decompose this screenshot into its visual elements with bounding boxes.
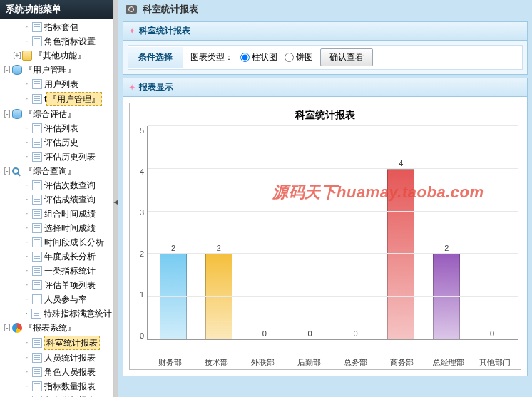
grid-line [148, 125, 518, 126]
branch-icon: · [23, 78, 31, 91]
grid-line [148, 168, 518, 169]
page-icon [32, 180, 42, 190]
filter-panel-header: ✦ 科室统计报表 [123, 22, 527, 41]
ytick-label: 0 [140, 331, 144, 340]
nav-item-label: 组合时间成绩 [44, 207, 96, 220]
nav-item[interactable]: ·评估列表 [0, 121, 113, 135]
bar-column: 0 [333, 126, 379, 339]
bar-value-label: 0 [490, 329, 494, 338]
bar [433, 254, 460, 339]
splitter-handle[interactable] [114, 0, 118, 397]
page-icon [32, 338, 42, 348]
nav-item[interactable]: ·评估历史 [0, 135, 113, 150]
nav-item[interactable]: ·指标数量报表 [0, 379, 113, 393]
bar-value-label: 2 [217, 244, 221, 252]
branch-icon: · [23, 380, 31, 393]
bar [387, 169, 414, 339]
bar-value-label: 4 [399, 159, 403, 167]
page-icon [32, 294, 42, 304]
bar-column: 4 [378, 126, 424, 339]
ytick-label: 2 [140, 249, 144, 258]
nav-item[interactable]: ·评估次数查询 [0, 178, 113, 192]
radio-bar-label: 柱状图 [252, 51, 277, 63]
nav-item[interactable]: ·组合时间成绩 [0, 207, 113, 221]
branch-icon: · [23, 179, 31, 192]
nav-item[interactable]: ·评估历史列表 [0, 150, 113, 164]
radio-bar[interactable] [240, 53, 250, 62]
nav-tree: ·指标套包·角色指标设置[+]『其他功能』[-]『用户管理』·用户列表·t『用户… [0, 19, 113, 397]
nav-item-label: 『综合评估』 [24, 108, 76, 120]
bar-column: 2 [196, 126, 242, 339]
radio-pie-wrap[interactable]: 饼图 [285, 51, 313, 63]
page-icon [32, 223, 42, 233]
nav-item[interactable]: ·时间段成长分析 [0, 235, 113, 249]
page-icon [32, 138, 42, 148]
nav-item-label: 『综合查询』 [24, 165, 76, 177]
breadcrumb: 科室统计报表 [118, 0, 532, 19]
nav-item-label: 『其他功能』 [34, 49, 86, 62]
ytick-label: 1 [140, 290, 144, 299]
nav-item[interactable]: ·人员统计报表 [0, 351, 113, 365]
nav-item-label: 人员参与率 [44, 293, 87, 306]
chart-title: 科室统计报表 [133, 109, 518, 122]
chart-panel-header: ✦ 报表显示 [123, 78, 527, 97]
nav-item-label: 人员统计报表 [44, 351, 96, 364]
nav-item[interactable]: ·科室统计报表 [0, 335, 113, 351]
xtick-label: 其他部门 [471, 354, 518, 368]
nav-item-label: 角色人员报表 [44, 366, 96, 378]
expand-icon: [+] [13, 49, 21, 62]
page-icon [32, 195, 42, 205]
nav-item-label: 角色指标设置 [44, 35, 96, 48]
branch-icon: · [23, 264, 31, 277]
db-icon [12, 109, 22, 119]
nav-item[interactable]: ·角色人员报表 [0, 365, 113, 379]
branch-icon: · [23, 250, 31, 263]
chart-yaxis: 543210 [133, 126, 147, 354]
nav-item-label: 时间段成长分析 [44, 236, 104, 249]
branch-icon: · [23, 236, 31, 249]
nav-item-label: 科室统计报表 [44, 336, 100, 350]
submit-button[interactable]: 确认查看 [320, 48, 373, 66]
grid-line [148, 253, 518, 254]
branch-icon: · [23, 222, 31, 234]
page-icon [32, 237, 42, 247]
xtick-label: 财务部 [147, 354, 193, 368]
page-icon [32, 367, 42, 377]
nav-item-label: 评估单项列表 [44, 279, 96, 292]
nav-item[interactable]: ·角色指标设置 [0, 34, 113, 48]
branch-icon: · [23, 122, 31, 135]
nav-item[interactable]: ·t『用户管理』 [0, 91, 113, 107]
nav-item[interactable]: [-]『综合查询』 [0, 164, 113, 178]
page-icon [32, 36, 42, 46]
star-icon: ✦ [129, 27, 135, 35]
nav-item-label: 『用户管理』 [46, 92, 102, 106]
nav-item[interactable]: ·年度成长分析 [0, 249, 113, 264]
nav-item[interactable]: ·用户列表 [0, 77, 113, 91]
branch-icon: · [23, 35, 31, 48]
radio-pie[interactable] [285, 53, 294, 62]
nav-item[interactable]: ·评估成绩查询 [0, 192, 113, 207]
main-content: 科室统计报表 ✦ 科室统计报表 条件选择 图表类型： 柱状图 [118, 0, 532, 397]
nav-item[interactable]: ·角色指标报表 [0, 393, 113, 397]
nav-item-label: 角色指标报表 [44, 394, 96, 397]
db-icon [12, 65, 22, 75]
bar [160, 254, 187, 339]
bar-column: 2 [424, 126, 469, 339]
nav-item[interactable]: ·指标套包 [0, 20, 113, 34]
nav-item[interactable]: [-]『用户管理』 [0, 63, 113, 77]
chart-xaxis: 财务部技术部外联部后勤部总务部商务部总经理部其他部门 [147, 354, 518, 368]
nav-item-label: 特殊指标满意统计 [44, 307, 112, 320]
nav-item-label: 评估历史 [44, 136, 78, 149]
nav-item[interactable]: ·人员参与率 [0, 292, 113, 306]
nav-item[interactable]: ·特殊指标满意统计 [0, 306, 113, 321]
radio-bar-wrap[interactable]: 柱状图 [240, 51, 277, 63]
nav-item[interactable]: [-]『报表系统』 [0, 321, 113, 335]
nav-item[interactable]: ·选择时间成绩 [0, 221, 113, 235]
nav-item-label: 评估列表 [44, 122, 78, 135]
nav-item[interactable]: [+]『其他功能』 [0, 48, 113, 63]
xtick-label: 总经理部 [425, 354, 471, 368]
nav-item[interactable]: ·评估单项列表 [0, 278, 113, 292]
branch-icon: · [23, 207, 31, 220]
nav-item[interactable]: ·一类指标统计 [0, 264, 113, 278]
nav-item[interactable]: [-]『综合评估』 [0, 107, 113, 121]
